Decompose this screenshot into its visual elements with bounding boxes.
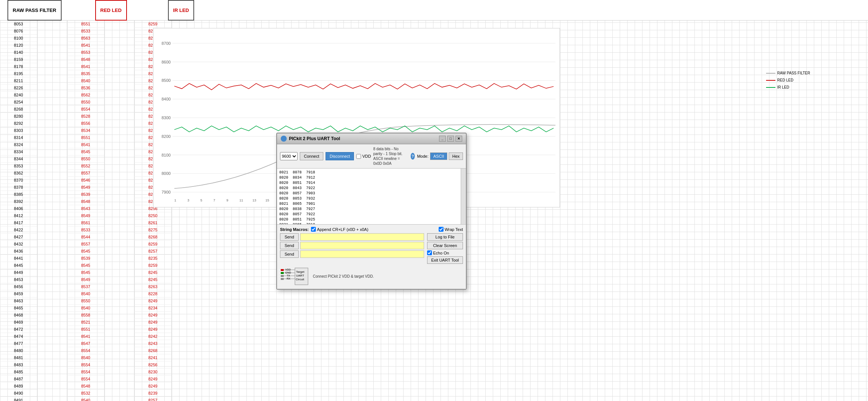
table-row: 8263 xyxy=(134,283,171,290)
table-row: 8417 xyxy=(0,219,37,226)
table-row: 8550 xyxy=(67,99,104,106)
table-row: 8230 xyxy=(134,368,171,376)
table-row: 8554 xyxy=(67,361,104,368)
table-row: 8053 xyxy=(0,21,37,28)
send-button-3[interactable]: Send xyxy=(280,250,299,258)
vdd-checkbox-label[interactable]: VDD xyxy=(356,154,371,159)
append-checkbox-label[interactable]: Append CR+LF (x0D + x0A) xyxy=(311,227,368,232)
table-row: 8261 xyxy=(134,219,171,226)
help-button[interactable]: ? xyxy=(411,153,415,160)
table-row: 8422 xyxy=(0,226,37,234)
table-row: 8268 xyxy=(134,234,171,241)
table-row: 8540 xyxy=(67,305,104,312)
table-row: 8378 xyxy=(0,184,37,191)
dialog-icon xyxy=(281,136,287,142)
table-row: 8436 xyxy=(0,248,37,255)
dialog-data-area xyxy=(277,169,466,224)
table-row: 8362 xyxy=(0,170,37,177)
table-row: 8472 xyxy=(0,326,37,333)
legend-red: RED LED xyxy=(766,78,810,82)
legend-raw: RAW PASS FILTER xyxy=(766,71,810,75)
legend-raw-label: RAW PASS FILTER xyxy=(777,71,810,75)
table-row: 8120 xyxy=(0,42,37,49)
table-row: 8540 xyxy=(67,397,104,401)
send-button-2[interactable]: Send xyxy=(280,242,299,249)
vdd-checkbox[interactable] xyxy=(356,154,361,159)
legend-ir: IR LED xyxy=(766,85,810,89)
table-row: 8474 xyxy=(0,333,37,340)
table-row: 8249 xyxy=(134,319,171,326)
dialog-title-text: PICkit 2 Plus UART Tool xyxy=(289,136,340,141)
table-row: 8303 xyxy=(0,127,37,134)
data-scrollbar[interactable] xyxy=(461,169,466,224)
clear-screen-button[interactable]: Clear Screen xyxy=(427,242,463,249)
toolbar-info: 8 data bits - No parity - 1 Stop bit. AS… xyxy=(373,146,408,166)
svg-text:7900: 7900 xyxy=(162,190,171,194)
baud-rate-select[interactable]: 9600 xyxy=(280,152,298,160)
svg-text:8500: 8500 xyxy=(162,78,171,83)
table-row: 8539 xyxy=(67,191,104,198)
mode-section: Mode: ASCII Hex xyxy=(417,152,463,160)
dialog-title-bar: PICkit 2 Plus UART Tool _ □ ✕ xyxy=(277,133,466,144)
echo-checkbox[interactable] xyxy=(427,250,432,255)
svg-text:8200: 8200 xyxy=(162,134,171,139)
minimize-button[interactable]: _ xyxy=(439,136,446,142)
maximize-button[interactable]: □ xyxy=(447,136,454,142)
svg-text:UART: UART xyxy=(296,274,304,277)
log-to-file-button[interactable]: Log to File xyxy=(427,233,463,241)
svg-text:8300: 8300 xyxy=(162,115,171,120)
table-row: 8549 xyxy=(67,276,104,283)
circuit-label: Connect PICkit 2 VDD & target VDD. xyxy=(313,274,374,278)
window-controls[interactable]: _ □ ✕ xyxy=(439,136,462,142)
svg-text:15: 15 xyxy=(265,198,269,202)
svg-text:7: 7 xyxy=(214,198,215,202)
send-input-3[interactable] xyxy=(300,250,424,258)
exit-uart-tool-button[interactable]: Exit UART Tool xyxy=(427,256,463,264)
table-row: 8490 xyxy=(0,390,37,397)
table-row: 8449 xyxy=(0,269,37,276)
header-row: RAW PASS FILTER RED LED IR LED xyxy=(0,0,868,21)
red-led-label: RED LED xyxy=(95,0,127,21)
table-row: 8259 xyxy=(134,241,171,248)
table-row: 8441 xyxy=(0,255,37,262)
wrap-checkbox-label[interactable]: Wrap Text xyxy=(439,227,463,232)
hex-mode-button[interactable]: Hex xyxy=(449,152,463,160)
svg-text:13: 13 xyxy=(252,198,256,202)
table-row: 8548 xyxy=(67,383,104,390)
table-row: 8241 xyxy=(134,354,171,361)
connect-button[interactable]: Connect xyxy=(300,152,323,160)
table-row: 8541 xyxy=(67,63,104,70)
table-row: 8195 xyxy=(0,70,37,77)
svg-text:8400: 8400 xyxy=(162,97,171,101)
send-row-2: Send xyxy=(280,242,424,249)
table-row: 8483 xyxy=(0,361,37,368)
table-row: 8554 xyxy=(67,106,104,113)
ascii-mode-button[interactable]: ASCII xyxy=(430,152,448,160)
table-row: 8549 xyxy=(67,184,104,191)
table-row: 8540 xyxy=(67,77,104,84)
echo-checkbox-label[interactable]: Echo On xyxy=(427,250,463,255)
table-row: 8489 xyxy=(0,383,37,390)
data-display[interactable] xyxy=(277,169,466,224)
svg-text:9: 9 xyxy=(226,198,228,202)
table-row: 8469 xyxy=(0,319,37,326)
raw-data-column: 8053807681008120814081598178819582118226… xyxy=(0,21,37,401)
svg-text:GND: GND xyxy=(285,271,291,274)
close-button[interactable]: ✕ xyxy=(455,136,462,142)
send-button-1[interactable]: Send xyxy=(280,233,299,241)
svg-text:5: 5 xyxy=(200,198,202,202)
action-buttons-col: Log to File Clear Screen Echo On Exit UA… xyxy=(427,233,463,264)
table-row: 8292 xyxy=(0,120,37,127)
legend-ir-line xyxy=(766,87,775,88)
wrap-checkbox[interactable] xyxy=(439,227,444,232)
table-row: 8280 xyxy=(0,113,37,120)
table-row: 8240 xyxy=(0,92,37,99)
send-input-1[interactable] xyxy=(300,233,424,241)
table-row: 8334 xyxy=(0,148,37,155)
send-input-2[interactable] xyxy=(300,242,424,249)
table-row: 8445 xyxy=(0,262,37,269)
disconnect-button[interactable]: Disconnect xyxy=(326,152,354,160)
append-checkbox[interactable] xyxy=(311,227,316,232)
table-row: 8268 xyxy=(134,347,171,354)
table-row: 8549 xyxy=(67,212,104,219)
